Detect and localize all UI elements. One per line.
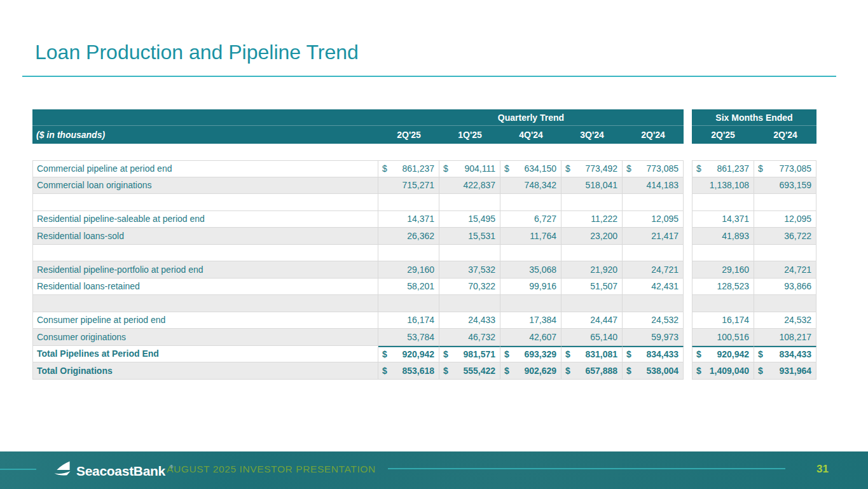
seacoast-bank-logo: SeacoastBank® xyxy=(53,461,173,481)
dollar-sign: $ xyxy=(443,163,448,174)
value-cell: $902,629 xyxy=(500,362,561,380)
value-cell: $1,409,040 xyxy=(692,362,754,380)
dollar-sign: $ xyxy=(504,366,509,376)
row-label: Residential pipeline-portfolio at period… xyxy=(32,261,378,279)
column-gap xyxy=(684,126,692,144)
value-cell: 518,041 xyxy=(561,177,623,195)
column-header: 3Q'24 xyxy=(561,126,623,144)
value-cell: 21,920 xyxy=(561,261,623,279)
value-cell: 36,722 xyxy=(754,228,816,245)
value-cell: $834,433 xyxy=(754,346,816,363)
value-cell: 16,174 xyxy=(692,312,754,329)
value-cell: 748,342 xyxy=(500,177,561,195)
value-cell: 14,371 xyxy=(692,211,754,228)
value-cell: 108,217 xyxy=(754,329,816,346)
table-row xyxy=(32,295,816,312)
value-cell: $931,964 xyxy=(754,362,816,380)
dollar-sign: $ xyxy=(443,366,448,376)
column-header: 2Q'25 xyxy=(692,126,754,144)
value-cell: 11,222 xyxy=(561,211,623,228)
value-cell: $657,888 xyxy=(561,362,623,380)
footer-band: SeacoastBank® AUGUST 2025 INVESTOR PRESE… xyxy=(0,451,868,489)
dollar-sign: $ xyxy=(565,163,570,174)
value-cell: 24,721 xyxy=(754,261,816,279)
dollar-sign: $ xyxy=(758,163,763,174)
dollar-sign: $ xyxy=(565,349,570,359)
value-cell: 53,784 xyxy=(378,329,439,346)
table-row xyxy=(32,194,816,211)
column-gap xyxy=(684,279,692,296)
page-title: Loan Production and Pipeline Trend xyxy=(35,41,359,64)
value-cell: 14,371 xyxy=(378,211,439,228)
value-cell xyxy=(692,194,754,211)
value-cell xyxy=(623,295,684,312)
row-label: Residential loans-retained xyxy=(32,279,378,296)
column-gap xyxy=(684,228,692,245)
row-label: Commercial pipeline at period end xyxy=(32,160,378,177)
table-row: Consumer pipeline at period end16,17424,… xyxy=(32,312,816,329)
value-cell xyxy=(378,194,439,211)
value-cell xyxy=(692,245,754,262)
value-cell xyxy=(500,245,561,262)
value-cell: 23,200 xyxy=(561,228,623,245)
table-header-spacer xyxy=(32,144,816,160)
brand-name: SeacoastBank xyxy=(76,464,165,479)
value-cell: 21,417 xyxy=(623,228,684,245)
group-header-quarterly-trend: Quarterly Trend xyxy=(378,109,684,126)
row-label xyxy=(32,245,378,262)
value-cell: 24,532 xyxy=(754,312,816,329)
row-label: Consumer originations xyxy=(32,329,378,346)
value-cell: 65,140 xyxy=(561,329,623,346)
value-cell: $904,111 xyxy=(439,160,500,177)
table-body: Commercial pipeline at period end$861,23… xyxy=(32,160,816,380)
value-cell: 693,159 xyxy=(754,177,816,195)
row-label: Residential pipeline-saleable at period … xyxy=(32,211,378,228)
value-cell: 42,607 xyxy=(500,329,561,346)
value-cell: 11,764 xyxy=(500,228,561,245)
dollar-sign: $ xyxy=(443,349,448,359)
value-cell xyxy=(378,295,439,312)
value-cell xyxy=(439,245,500,262)
value-cell: 35,068 xyxy=(500,261,561,279)
value-cell: 70,322 xyxy=(439,279,500,296)
value-cell: $834,433 xyxy=(623,346,684,363)
table-row: Residential loans-retained58,20170,32299… xyxy=(32,279,816,296)
column-gap xyxy=(684,211,692,228)
footer-caption: AUGUST 2025 INVESTOR PRESENTATION xyxy=(167,464,376,475)
value-cell: $920,942 xyxy=(378,346,439,363)
value-cell: 58,201 xyxy=(378,279,439,296)
dollar-sign: $ xyxy=(504,349,509,359)
column-gap xyxy=(684,177,692,195)
value-cell xyxy=(623,245,684,262)
value-cell: $981,571 xyxy=(439,346,500,363)
table-row: Residential pipeline-portfolio at period… xyxy=(32,261,816,279)
units-label: ($ in thousands) xyxy=(32,126,378,144)
column-gap xyxy=(684,346,692,363)
column-gap xyxy=(684,245,692,262)
row-label xyxy=(32,194,378,211)
value-cell: 26,362 xyxy=(378,228,439,245)
value-cell: 6,727 xyxy=(500,211,561,228)
value-cell xyxy=(754,245,816,262)
value-cell: $831,081 xyxy=(561,346,623,363)
value-cell xyxy=(692,295,754,312)
value-cell: 1,138,108 xyxy=(692,177,754,195)
value-cell: $861,237 xyxy=(692,160,754,177)
dollar-sign: $ xyxy=(758,349,763,359)
table-column-header-row: ($ in thousands) 2Q'251Q'254Q'243Q'242Q'… xyxy=(32,126,816,144)
dollar-sign: $ xyxy=(696,366,701,376)
value-cell: 41,893 xyxy=(692,228,754,245)
value-cell: $853,618 xyxy=(378,362,439,380)
group-header-six-months-ended: Six Months Ended xyxy=(692,109,816,126)
value-cell: $634,150 xyxy=(500,160,561,177)
value-cell: 414,183 xyxy=(623,177,684,195)
value-cell: 29,160 xyxy=(692,261,754,279)
value-cell xyxy=(500,295,561,312)
column-gap xyxy=(684,362,692,380)
column-gap xyxy=(684,312,692,329)
column-gap xyxy=(684,109,692,126)
value-cell: 17,384 xyxy=(500,312,561,329)
row-label: Total Originations xyxy=(32,362,378,380)
value-cell: $920,942 xyxy=(692,346,754,363)
value-cell: 12,095 xyxy=(754,211,816,228)
